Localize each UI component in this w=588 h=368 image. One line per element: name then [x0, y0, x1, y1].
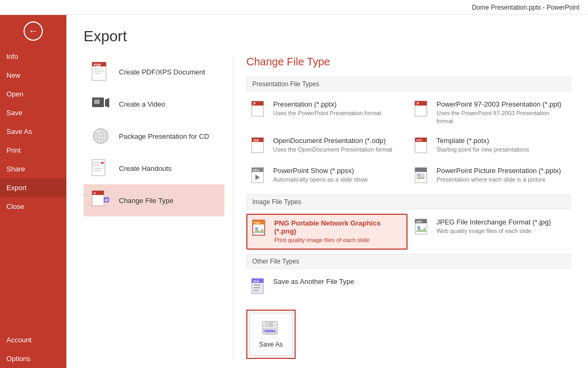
- svg-text:ODP: ODP: [253, 139, 260, 142]
- content-body: PDF Create PDF/XPS Document: [84, 56, 571, 359]
- back-circle-icon: ←: [24, 21, 43, 41]
- video-icon: [90, 93, 111, 115]
- svg-rect-5: [94, 73, 101, 74]
- save-as-button-container: Save As: [246, 310, 296, 359]
- file-type-other[interactable]: FILE Save as Another File Type: [246, 273, 408, 301]
- svg-rect-61: [254, 290, 258, 291]
- jpg-icon: JPG: [414, 218, 431, 237]
- other-section-header: Other File Types: [246, 254, 571, 269]
- pptx-text: Presentation (*.pptx) Uses the PowerPoin…: [273, 100, 381, 117]
- png-name: PNG Portable Network Graphics (*.png): [274, 219, 402, 235]
- change-file-type-panel: Change File Type Presentation File Types…: [233, 56, 571, 359]
- sidebar-item-export[interactable]: Export: [0, 178, 66, 197]
- svg-text:PPS: PPS: [253, 169, 259, 172]
- export-option-create-video[interactable]: Create a Video: [84, 88, 224, 120]
- potx-desc: Starting point for new presentations: [436, 146, 529, 154]
- svg-rect-15: [94, 162, 99, 166]
- other-name: Save as Another File Type: [273, 277, 355, 286]
- file-type-odp[interactable]: ODP OpenDocument Presentation (*.odp) Us…: [246, 132, 408, 160]
- save-as-section: Save As: [246, 305, 571, 359]
- pdf-icon: PDF: [90, 61, 111, 82]
- sidebar-item-info[interactable]: Info: [0, 47, 66, 66]
- pptx-desc: Uses the PowerPoint Presentation format: [273, 109, 381, 117]
- svg-text:POT: POT: [417, 139, 422, 142]
- svg-text:PDF: PDF: [94, 63, 102, 67]
- content-area: Export PDF Create PDF/X: [66, 15, 588, 368]
- sidebar-item-close[interactable]: Close: [0, 197, 66, 216]
- save-as-button[interactable]: Save As: [250, 313, 292, 356]
- sidebar-item-options[interactable]: Options: [0, 349, 66, 368]
- ppt-name: PowerPoint 97-2003 Presentation (*.ppt): [436, 100, 567, 108]
- sidebar-item-open[interactable]: Open: [0, 85, 66, 103]
- pptx-icon: P: [251, 100, 268, 119]
- jpg-text: JPEG File Interchange Format (*.jpg) Web…: [436, 218, 551, 235]
- svg-text:JPG: JPG: [416, 220, 422, 223]
- svg-rect-64: [267, 321, 268, 327]
- export-options-panel: PDF Create PDF/XPS Document: [84, 56, 233, 359]
- file-type-pptx-pic[interactable]: PowerPoint Picture Presentation (*.pptx)…: [410, 162, 571, 190]
- sidebar-item-new[interactable]: New: [0, 66, 66, 85]
- back-button[interactable]: ←: [0, 15, 66, 47]
- page-title: Export: [84, 28, 571, 45]
- pptx-pic-icon: [414, 167, 431, 186]
- cd-icon: [90, 125, 111, 147]
- svg-marker-7: [105, 98, 109, 108]
- png-icon: PNG: [252, 219, 269, 238]
- png-text: PNG Portable Network Graphics (*.png) Pr…: [274, 219, 402, 244]
- jpg-desc: Web quality image files of each slide: [436, 227, 551, 235]
- presentation-section-header: Presentation File Types: [246, 77, 571, 92]
- presentation-types-grid: P Presentation (*.pptx) Uses the PowerPo…: [246, 96, 571, 190]
- svg-rect-42: [415, 168, 427, 172]
- svg-rect-59: [254, 284, 260, 286]
- svg-text:P: P: [253, 102, 256, 106]
- ppsx-text: PowerPoint Show (*.ppsx) Automatically o…: [273, 167, 368, 184]
- sidebar-item-account[interactable]: Account: [0, 331, 66, 349]
- file-type-jpg[interactable]: JPG JPEG File Interchange Format (*.jpg)…: [410, 214, 571, 250]
- potx-icon: POT: [414, 137, 431, 156]
- odp-name: OpenDocument Presentation (*.odp): [273, 137, 393, 145]
- save-as-label: Save As: [259, 341, 283, 348]
- export-option-package-cd[interactable]: Package Presentation for CD: [84, 120, 224, 152]
- change-file-type-icon: P ⇄: [90, 190, 111, 211]
- file-type-ppt[interactable]: P PowerPoint 97-2003 Presentation (*.ppt…: [410, 96, 571, 130]
- ppt-desc: Uses the PowerPoint 97-2003 Presentation…: [436, 109, 567, 126]
- sidebar-item-save[interactable]: Save: [0, 103, 66, 122]
- export-option-create-pdf[interactable]: PDF Create PDF/XPS Document: [84, 56, 224, 88]
- export-option-change-file-type[interactable]: P ⇄ Change File Type: [84, 184, 224, 216]
- svg-rect-63: [266, 321, 273, 327]
- image-types-grid: PNG PNG Portable Network Graphics (*.png…: [246, 214, 571, 250]
- ppsx-name: PowerPoint Show (*.ppsx): [273, 167, 368, 175]
- export-option-label-cd: Package Presentation for CD: [119, 132, 209, 140]
- odp-icon: ODP: [251, 137, 268, 156]
- ppt-old-icon: P: [414, 100, 431, 119]
- export-option-label-pdf: Create PDF/XPS Document: [119, 68, 205, 76]
- pptx-pic-desc: Presentation where each slide is a pictu…: [436, 176, 561, 184]
- svg-text:FILE: FILE: [253, 280, 259, 283]
- ppsx-icon: PPS: [251, 167, 268, 186]
- sidebar-item-save-as[interactable]: Save As: [0, 122, 66, 141]
- odp-text: OpenDocument Presentation (*.odp) Uses t…: [273, 137, 393, 154]
- png-desc: Print quality image files of each slide: [274, 236, 402, 244]
- file-type-png[interactable]: PNG PNG Portable Network Graphics (*.png…: [246, 214, 408, 250]
- file-type-pptx[interactable]: P Presentation (*.pptx) Uses the PowerPo…: [246, 96, 408, 130]
- svg-rect-17: [94, 170, 101, 171]
- export-option-label-change: Change File Type: [119, 197, 174, 205]
- file-type-potx[interactable]: POT Template (*.potx) Starting point for…: [410, 132, 571, 160]
- svg-rect-60: [254, 287, 260, 288]
- image-section-header: Image File Types: [246, 194, 571, 209]
- sidebar-item-share[interactable]: Share: [0, 160, 66, 178]
- svg-text:PNG: PNG: [254, 221, 260, 224]
- potx-name: Template (*.potx): [436, 137, 529, 145]
- svg-rect-4: [94, 71, 104, 72]
- export-option-create-handouts[interactable]: Create Handouts: [84, 152, 224, 184]
- svg-point-44: [418, 174, 420, 176]
- jpg-name: JPEG File Interchange Format (*.jpg): [436, 218, 551, 226]
- export-option-label-video: Create a Video: [119, 100, 165, 108]
- sidebar-item-print[interactable]: Print: [0, 141, 66, 160]
- svg-rect-18: [101, 162, 104, 164]
- file-type-ppsx[interactable]: PPS PowerPoint Show (*.ppsx) Automatical…: [246, 162, 408, 190]
- pptx-pic-text: PowerPoint Picture Presentation (*.pptx)…: [436, 167, 561, 184]
- other-text: Save as Another File Type: [273, 277, 355, 286]
- other-types-grid: FILE Save as Another File Type: [246, 273, 571, 301]
- ppt-text: PowerPoint 97-2003 Presentation (*.ppt) …: [436, 100, 567, 126]
